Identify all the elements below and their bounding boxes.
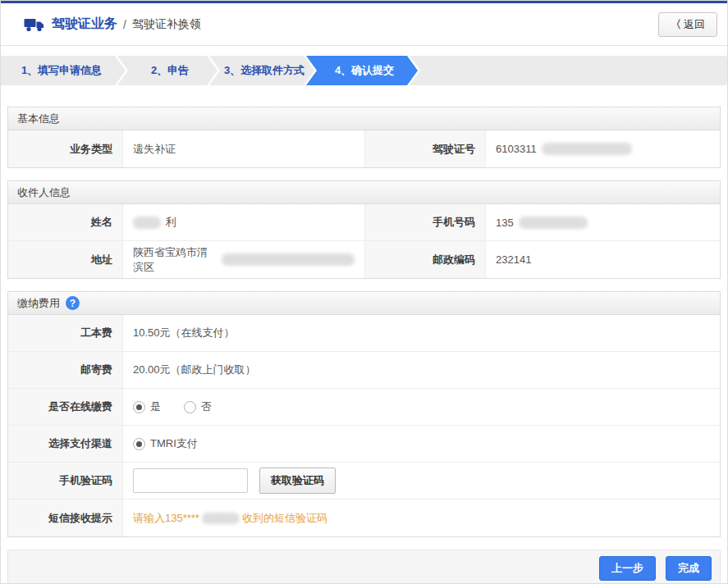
phone-redaction (519, 217, 588, 229)
section-recipient-info-title: 收件人信息 (17, 185, 71, 200)
main-content: 基本信息 业务类型 遗失补证 驾驶证号 6103311 收件人信息 姓名 利 手… (1, 85, 727, 537)
page-header: 驾驶证业务 / 驾驶证补换领 〈 返回 (1, 3, 727, 46)
finish-button[interactable]: 完成 (666, 556, 712, 581)
postage-row: 邮寄费 20.00元（邮政上门收取） (8, 352, 720, 389)
sms-code-input[interactable] (133, 468, 248, 493)
business-type-label: 业务类型 (8, 130, 123, 167)
step-indicator: 1、填写申请信息 2、申告 3、选择取件方式 4、确认提交 (1, 56, 727, 85)
section-recipient-info: 收件人信息 姓名 利 手机号码 135 地址 陕西省宝鸡市渭滨区 邮政编码 23… (7, 180, 721, 279)
step-2-declare[interactable]: 2、申告 (117, 56, 217, 85)
recipient-row-2: 地址 陕西省宝鸡市渭滨区 邮政编码 232141 (8, 241, 720, 278)
address-redaction (222, 253, 355, 266)
sms-hint-label: 短信接收提示 (8, 500, 123, 536)
help-icon[interactable]: ? (66, 296, 80, 310)
section-basic-info: 基本信息 业务类型 遗失补证 驾驶证号 6103311 (7, 107, 721, 168)
section-basic-info-title: 基本信息 (17, 112, 60, 126)
postcode-label: 邮政编码 (365, 241, 486, 278)
section-payment-fees-title: 缴纳费用 (17, 296, 60, 311)
postcode-value: 232141 (486, 241, 720, 278)
online-pay-yes-label[interactable]: 是 (150, 399, 161, 414)
payment-channel-row: 选择支付渠道 TMRI支付 (8, 426, 720, 463)
name-label: 姓名 (8, 204, 123, 241)
step-4-confirm-submit[interactable]: 4、确认提交 (306, 56, 418, 85)
breadcrumb-separator: / (123, 18, 126, 31)
license-number-label: 驾驶证号 (365, 130, 486, 167)
back-button-label: 返回 (684, 17, 705, 32)
license-number-redaction (542, 143, 632, 155)
online-pay-row: 是否在线缴费 是 否 (8, 389, 720, 426)
sms-hint-redaction (202, 513, 240, 524)
section-payment-fees-header: 缴纳费用 ? (8, 292, 720, 315)
address-label: 地址 (8, 241, 123, 278)
phone-label: 手机号码 (365, 204, 486, 241)
section-basic-info-header: 基本信息 (8, 107, 720, 130)
sms-hint-suffix: 收到的短信验证码 (242, 511, 327, 526)
tmri-pay-label[interactable]: TMRI支付 (150, 436, 198, 451)
step-3-pickup-method[interactable]: 3、选择取件方式 (209, 56, 314, 85)
postage-label: 邮寄费 (8, 352, 123, 389)
payment-channel-label: 选择支付渠道 (8, 426, 123, 463)
get-code-button[interactable]: 获取验证码 (259, 468, 336, 494)
sms-code-row: 手机验证码 获取验证码 (8, 463, 720, 500)
step-1-fill-application[interactable]: 1、填写申请信息 (1, 56, 126, 85)
sms-hint-prefix: 请输入135**** (133, 511, 199, 526)
name-value: 利 (123, 204, 365, 241)
footer-action-bar: 上一步 完成 (7, 550, 721, 584)
sms-hint-row: 短信接收提示 请输入135**** 收到的短信验证码 (8, 500, 720, 536)
online-pay-label: 是否在线缴费 (8, 389, 123, 426)
recipient-row-1: 姓名 利 手机号码 135 (8, 204, 720, 241)
truck-icon (24, 16, 45, 33)
phone-value: 135 (486, 204, 720, 241)
app-title: 驾驶证业务 (52, 16, 117, 33)
tmri-pay-radio[interactable] (133, 438, 145, 450)
fee-row: 工本费 10.50元（在线支付） (8, 315, 720, 352)
back-button[interactable]: 〈 返回 (658, 12, 717, 37)
online-pay-no-label[interactable]: 否 (201, 399, 212, 414)
fee-value: 10.50元（在线支付） (123, 315, 720, 352)
fee-label: 工本费 (8, 315, 123, 352)
business-type-value: 遗失补证 (123, 130, 365, 167)
sms-code-cell: 获取验证码 (123, 463, 720, 500)
online-pay-yes-radio[interactable] (133, 401, 145, 413)
sms-hint-value: 请输入135**** 收到的短信验证码 (123, 500, 720, 536)
postage-value: 20.00元（邮政上门收取） (123, 352, 720, 389)
name-redaction (133, 217, 161, 229)
payment-channel-options: TMRI支付 (123, 426, 720, 463)
previous-step-button[interactable]: 上一步 (599, 556, 656, 581)
section-payment-fees: 缴纳费用 ? 工本费 10.50元（在线支付） 邮寄费 20.00元（邮政上门收… (7, 291, 721, 537)
basic-info-row: 业务类型 遗失补证 驾驶证号 6103311 (8, 130, 720, 167)
breadcrumb-page: 驾驶证补换领 (132, 17, 201, 32)
license-number-value: 6103311 (486, 130, 720, 167)
online-pay-options: 是 否 (123, 389, 720, 426)
sms-code-label: 手机验证码 (8, 463, 123, 500)
online-pay-no-radio[interactable] (184, 401, 196, 413)
step-bar-filler (410, 56, 727, 85)
address-value: 陕西省宝鸡市渭滨区 (123, 241, 365, 278)
section-recipient-info-header: 收件人信息 (8, 181, 720, 204)
back-chevron-icon: 〈 (671, 17, 681, 32)
